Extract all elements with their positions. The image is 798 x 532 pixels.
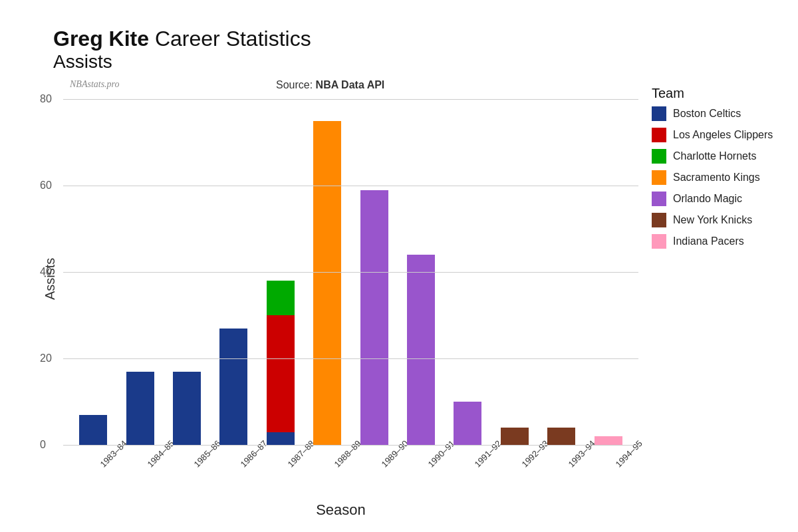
bar-group: 1987–88 bbox=[267, 281, 295, 445]
bar-stack bbox=[454, 402, 481, 445]
legend-title: Team bbox=[652, 86, 785, 101]
legend-label-text: Indiana Pacers bbox=[673, 235, 744, 247]
legend: Team Boston CelticsLos Angeles ClippersC… bbox=[638, 79, 785, 519]
bar-group: 1983–84 bbox=[79, 415, 107, 446]
bar-segment bbox=[267, 281, 295, 315]
bar-segment bbox=[173, 372, 201, 446]
grid-line bbox=[63, 99, 638, 100]
legend-item: New York Knicks bbox=[652, 213, 785, 227]
legend-color-box bbox=[652, 149, 666, 164]
bar-group: 1986–87 bbox=[219, 329, 247, 446]
chart-container: Greg Kite Career Statistics Assists Assi… bbox=[0, 0, 798, 532]
plot-area: NBAstats.pro Source: NBA Data API 1983–8… bbox=[63, 79, 638, 519]
grid-label: 80 bbox=[40, 93, 52, 105]
grid-line bbox=[63, 186, 638, 186]
legend-color-box bbox=[652, 128, 666, 142]
bar-group: 1985–86 bbox=[173, 372, 201, 446]
bar-stack bbox=[79, 415, 107, 446]
source-bold: NBA Data API bbox=[316, 79, 385, 90]
grid-and-bars: 1983–841984–851985–861986–871987–881988–… bbox=[63, 99, 638, 445]
grid-line bbox=[63, 272, 638, 273]
bar-segment bbox=[313, 121, 341, 446]
legend-color-box bbox=[652, 106, 666, 121]
bar-segment bbox=[219, 329, 247, 446]
bar-segment bbox=[360, 190, 388, 446]
plot-and-legend: NBAstats.pro Source: NBA Data API 1983–8… bbox=[63, 79, 785, 519]
bar-group: 1989–90 bbox=[360, 190, 388, 446]
y-axis-label: Assists bbox=[40, 79, 60, 479]
x-axis-title: Season bbox=[43, 501, 638, 519]
bar-stack bbox=[407, 255, 435, 445]
grid-line bbox=[63, 358, 638, 359]
bar-group: 1984–85 bbox=[126, 372, 154, 446]
bar-stack bbox=[360, 190, 388, 446]
legend-label-text: New York Knicks bbox=[673, 214, 752, 226]
bar-stack bbox=[501, 428, 529, 445]
legend-label-text: Sacramento Kings bbox=[673, 172, 760, 184]
bar-segment bbox=[595, 436, 622, 445]
source-text: Source: NBA Data API bbox=[276, 79, 384, 91]
bar-segment bbox=[501, 428, 529, 445]
bar-stack bbox=[313, 121, 341, 446]
legend-item: Boston Celtics bbox=[652, 106, 785, 121]
bar-segment bbox=[547, 428, 575, 445]
bar-stack bbox=[267, 281, 295, 445]
bar-group: 1994–95 bbox=[595, 436, 622, 445]
legend-item: Orlando Magic bbox=[652, 192, 785, 206]
chart-subtitle: Assists bbox=[53, 51, 785, 72]
legend-label-text: Boston Celtics bbox=[673, 108, 741, 120]
bar-stack bbox=[219, 329, 247, 446]
legend-color-box bbox=[652, 170, 666, 185]
legend-color-box bbox=[652, 192, 666, 206]
player-name: Greg Kite bbox=[53, 27, 149, 51]
legend-item: Indiana Pacers bbox=[652, 234, 785, 249]
legend-color-box bbox=[652, 213, 666, 227]
bar-segment bbox=[126, 372, 154, 446]
legend-label-text: Los Angeles Clippers bbox=[673, 129, 773, 141]
bar-group: 1990–91 bbox=[407, 255, 435, 445]
legend-label-text: Orlando Magic bbox=[673, 193, 742, 205]
bar-segment bbox=[79, 415, 107, 446]
bar-stack bbox=[126, 372, 154, 446]
grid-label: 40 bbox=[40, 266, 52, 278]
watermark: NBAstats.pro bbox=[70, 79, 120, 90]
bar-stack bbox=[547, 428, 575, 445]
bar-group: 1988–89 bbox=[313, 121, 341, 446]
title-rest: Career Statistics bbox=[149, 27, 311, 51]
legend-item: Sacramento Kings bbox=[652, 170, 785, 185]
legend-item: Charlotte Hornets bbox=[652, 149, 785, 164]
legend-items: Boston CelticsLos Angeles ClippersCharlo… bbox=[652, 106, 785, 249]
legend-label-text: Charlotte Hornets bbox=[673, 150, 756, 162]
bar-stack bbox=[173, 372, 201, 446]
chart-title: Greg Kite Career Statistics bbox=[53, 27, 785, 51]
grid-label: 60 bbox=[40, 180, 52, 192]
grid-line bbox=[63, 445, 638, 446]
bar-group: 1991–92 bbox=[454, 402, 481, 445]
bar-stack bbox=[595, 436, 622, 445]
bar-segment bbox=[267, 432, 295, 446]
bar-group: 1992–93 bbox=[501, 428, 529, 445]
bar-segment bbox=[267, 315, 295, 432]
title-block: Greg Kite Career Statistics Assists bbox=[40, 27, 785, 72]
grid-label: 0 bbox=[40, 439, 46, 451]
grid-label: 20 bbox=[40, 352, 52, 364]
source-prefix: Source: bbox=[276, 79, 316, 90]
chart-area: Assists NBAstats.pro Source: NBA Data AP… bbox=[40, 79, 785, 519]
bar-group: 1993–94 bbox=[547, 428, 575, 445]
legend-color-box bbox=[652, 234, 666, 249]
legend-item: Los Angeles Clippers bbox=[652, 128, 785, 142]
bar-segment bbox=[407, 255, 435, 445]
bar-segment bbox=[454, 402, 481, 445]
